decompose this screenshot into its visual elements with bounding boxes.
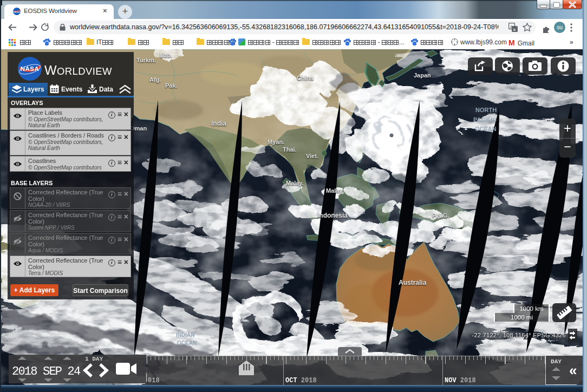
svg-text:Australia: Australia xyxy=(399,279,427,286)
svg-text:India: India xyxy=(211,120,226,127)
svg-text:Indonesia: Indonesia xyxy=(317,212,348,219)
svg-text:Malay.: Malay. xyxy=(286,180,304,186)
svg-text:NASA: NASA xyxy=(13,10,21,14)
svg-text:Japan: Japan xyxy=(414,72,431,79)
svg-text:INDIAN: INDIAN xyxy=(176,332,194,338)
svg-text:Thai.: Thai. xyxy=(283,146,297,153)
svg-text:Turkm.: Turkm. xyxy=(136,57,156,63)
svg-text:Viet.: Viet. xyxy=(306,153,318,159)
svg-text:NORTH: NORTH xyxy=(475,107,497,113)
svg-text:OCEAN: OCEAN xyxy=(475,126,497,132)
svg-text:PACIFIC: PACIFIC xyxy=(473,116,497,123)
svg-text:a: a xyxy=(513,27,516,32)
svg-text:Afg.: Afg. xyxy=(149,76,161,83)
svg-text:Myan.: Myan. xyxy=(268,139,284,145)
svg-text:Uzb.: Uzb. xyxy=(160,52,172,58)
svg-text:Pak.: Pak. xyxy=(165,82,178,89)
svg-text:China: China xyxy=(297,75,314,81)
svg-text:P.N.G.: P.N.G. xyxy=(432,212,449,219)
svg-text:Malay.: Malay. xyxy=(326,187,344,194)
svg-text:OCEAN: OCEAN xyxy=(177,340,197,346)
